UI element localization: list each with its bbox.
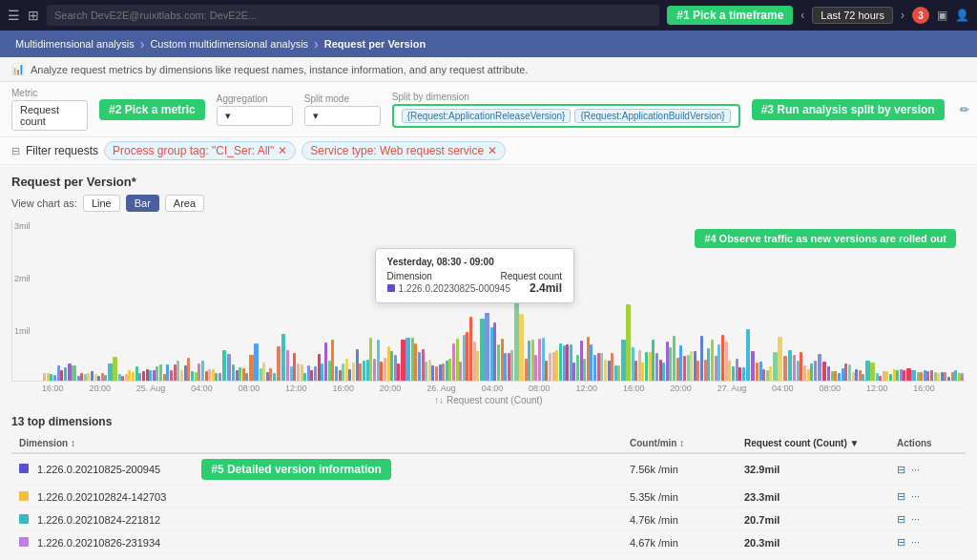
bar[interactable] (690, 351, 693, 381)
bar[interactable] (652, 340, 655, 381)
bar[interactable] (930, 370, 933, 381)
bar[interactable] (359, 363, 362, 381)
bar[interactable] (232, 364, 235, 381)
bar[interactable] (889, 374, 892, 381)
bar[interactable] (862, 374, 864, 381)
bar[interactable] (926, 371, 929, 381)
layout-icon[interactable]: ▣ (937, 9, 947, 22)
bar[interactable] (352, 363, 355, 381)
bar[interactable] (324, 342, 327, 381)
aggregation-selector[interactable]: ▾ (217, 106, 293, 126)
bar[interactable] (480, 319, 484, 381)
bar[interactable] (142, 371, 145, 381)
bar[interactable] (519, 314, 523, 381)
bar[interactable] (293, 353, 296, 381)
bar[interactable] (485, 313, 488, 381)
bar[interactable] (762, 369, 765, 381)
bar[interactable] (559, 343, 562, 381)
bar[interactable] (555, 350, 558, 381)
bar[interactable] (435, 366, 438, 381)
bar[interactable] (191, 371, 194, 381)
bar[interactable] (373, 359, 376, 381)
bar[interactable] (717, 344, 720, 381)
bar[interactable] (452, 343, 455, 381)
view-area-button[interactable]: Area (165, 195, 204, 212)
bar[interactable] (818, 354, 821, 381)
bar[interactable] (870, 363, 874, 381)
bar[interactable] (466, 332, 468, 381)
filter-action[interactable]: ⊟ (897, 464, 905, 476)
arrow-right-icon[interactable]: › (901, 9, 904, 22)
bar[interactable] (604, 360, 607, 381)
filter-tag-1[interactable]: Process group tag: "CI_Ser: All" ✕ (104, 141, 296, 160)
bar[interactable] (53, 375, 56, 381)
bar[interactable] (303, 373, 306, 381)
bar[interactable] (679, 345, 682, 381)
col-requestcount[interactable]: Request count (Count) ▼ (737, 434, 889, 453)
col-dimension[interactable]: Dimension ↕ (11, 434, 622, 453)
bar[interactable] (187, 358, 190, 381)
bar[interactable] (510, 350, 513, 381)
search-input[interactable] (47, 5, 659, 26)
bar[interactable] (838, 373, 841, 381)
bar[interactable] (64, 367, 67, 381)
bar[interactable] (459, 362, 462, 381)
bar[interactable] (108, 363, 112, 381)
bar[interactable] (314, 366, 317, 381)
bar[interactable] (297, 363, 300, 381)
bar[interactable] (218, 373, 221, 381)
bar[interactable] (128, 370, 131, 381)
bar[interactable] (738, 367, 741, 381)
bar[interactable] (197, 363, 200, 381)
more-action[interactable]: ··· (911, 536, 920, 549)
arrow-left-icon[interactable]: ‹ (800, 9, 804, 22)
user-icon[interactable]: 👤 (955, 9, 969, 22)
bar[interactable] (707, 348, 710, 381)
bar[interactable] (277, 346, 281, 381)
filter-action[interactable]: ⊟ (897, 536, 905, 549)
bar[interactable] (273, 373, 276, 381)
bar[interactable] (156, 366, 158, 381)
bar[interactable] (600, 353, 603, 381)
bar[interactable] (669, 347, 672, 381)
bar[interactable] (920, 372, 923, 381)
bar[interactable] (431, 365, 434, 381)
bar[interactable] (310, 370, 313, 381)
bar[interactable] (814, 361, 817, 381)
bar[interactable] (778, 337, 781, 381)
bar[interactable] (756, 363, 759, 381)
bar[interactable] (810, 363, 813, 381)
bar[interactable] (286, 350, 289, 381)
bar[interactable] (576, 355, 579, 381)
bar[interactable] (732, 366, 735, 381)
bar[interactable] (369, 338, 372, 381)
bar[interactable] (673, 336, 676, 381)
bar[interactable] (742, 367, 745, 381)
bar[interactable] (683, 356, 686, 381)
more-action[interactable]: ··· (911, 490, 920, 503)
bar[interactable] (91, 371, 94, 381)
bar[interactable] (390, 351, 393, 381)
bar[interactable] (335, 366, 338, 381)
bar[interactable] (822, 362, 826, 381)
bar[interactable] (401, 340, 405, 381)
bar[interactable] (469, 317, 472, 381)
bar[interactable] (906, 368, 910, 381)
bar[interactable] (534, 355, 537, 381)
bar[interactable] (222, 350, 226, 381)
bar[interactable] (572, 363, 575, 381)
bar[interactable] (645, 352, 648, 381)
bar[interactable] (626, 304, 630, 381)
bar[interactable] (721, 335, 724, 381)
bar[interactable] (269, 368, 272, 381)
bar[interactable] (504, 353, 507, 381)
bar[interactable] (331, 340, 334, 381)
bar[interactable] (414, 343, 417, 381)
breadcrumb-multidim[interactable]: Multidimensional analysis (10, 38, 140, 50)
bar[interactable] (493, 322, 496, 381)
bar[interactable] (159, 364, 162, 381)
bar[interactable] (418, 352, 421, 381)
bar[interactable] (566, 344, 569, 381)
bar[interactable] (60, 370, 63, 381)
bar[interactable] (655, 353, 658, 381)
